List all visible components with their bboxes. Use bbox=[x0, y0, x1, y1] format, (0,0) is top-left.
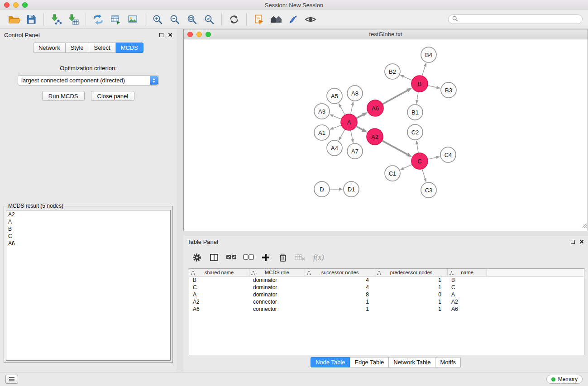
tab-style[interactable]: Style bbox=[66, 43, 89, 53]
graph-node-A6[interactable]: A6 bbox=[367, 100, 383, 116]
column-visibility-button[interactable] bbox=[208, 252, 220, 263]
tab-network[interactable]: Network bbox=[33, 43, 66, 53]
table-tab-network-table[interactable]: Network Table bbox=[389, 357, 435, 367]
graph-node-D[interactable]: D bbox=[314, 181, 330, 197]
graph-node-A8[interactable]: A8 bbox=[347, 86, 363, 101]
table-cell[interactable]: 0 bbox=[375, 291, 448, 298]
zoom-out-button[interactable] bbox=[166, 12, 183, 27]
column-header-MCDS-role[interactable]: MCDS role bbox=[249, 269, 305, 276]
table-cell[interactable]: 1 bbox=[375, 306, 448, 312]
column-sort-icon[interactable] bbox=[307, 271, 311, 275]
table-settings-button[interactable] bbox=[191, 252, 203, 263]
graph-node-B2[interactable]: B2 bbox=[385, 64, 400, 79]
tab-select[interactable]: Select bbox=[89, 43, 116, 53]
zoom-window-button[interactable] bbox=[22, 2, 28, 8]
home-button[interactable] bbox=[268, 12, 285, 27]
table-row[interactable]: A2connector11A2 bbox=[189, 298, 584, 305]
graph-node-A[interactable]: A bbox=[341, 114, 357, 130]
show-hide-button[interactable] bbox=[302, 12, 319, 27]
delete-row-button[interactable] bbox=[277, 252, 289, 263]
table-cell[interactable]: C bbox=[448, 284, 487, 291]
table-cell[interactable]: A2 bbox=[448, 299, 487, 305]
task-history-button[interactable] bbox=[5, 375, 18, 384]
table-row[interactable]: Cdominator41C bbox=[189, 284, 584, 291]
optimization-criterion-select[interactable]: largest connected component (directed) bbox=[18, 75, 159, 86]
delete-table-button[interactable] bbox=[294, 252, 306, 263]
open-session-button[interactable] bbox=[5, 12, 23, 27]
save-session-button[interactable] bbox=[23, 12, 40, 27]
table-cell[interactable]: dominator bbox=[249, 277, 305, 283]
float-panel-icon[interactable] bbox=[571, 240, 575, 244]
graph-node-A3[interactable]: A3 bbox=[314, 104, 330, 119]
tab-mcds[interactable]: MCDS bbox=[116, 43, 143, 53]
import-table-button[interactable] bbox=[65, 12, 82, 27]
network-snapshot-button[interactable] bbox=[250, 12, 268, 27]
zoom-selected-button[interactable] bbox=[201, 12, 218, 27]
refresh-button[interactable] bbox=[225, 12, 243, 27]
table-cell[interactable]: 1 bbox=[375, 299, 448, 305]
graph-node-B1[interactable]: B1 bbox=[407, 105, 423, 120]
table-row[interactable]: A6connector11A6 bbox=[189, 305, 584, 313]
close-panel-button[interactable]: Close panel bbox=[91, 91, 135, 101]
table-cell[interactable]: A bbox=[189, 291, 249, 298]
column-sort-icon[interactable] bbox=[191, 271, 195, 275]
style-brush-button[interactable] bbox=[285, 12, 302, 27]
graph-edge-A2-C[interactable] bbox=[382, 141, 407, 155]
table-cell[interactable]: 4 bbox=[305, 277, 375, 283]
table-tab-edge-table[interactable]: Edge Table bbox=[350, 357, 389, 367]
close-panel-icon[interactable] bbox=[168, 32, 172, 38]
run-mcds-button[interactable]: Run MCDS bbox=[42, 91, 85, 101]
graph-edge-C-C2[interactable] bbox=[417, 144, 418, 153]
graph-edge-B-B1[interactable] bbox=[417, 92, 418, 100]
table-cell[interactable]: A6 bbox=[189, 306, 249, 312]
graph-node-C[interactable]: C bbox=[411, 153, 428, 169]
table-cell[interactable]: 1 bbox=[375, 277, 448, 283]
table-cell[interactable]: 1 bbox=[305, 299, 375, 305]
minimize-window-button[interactable] bbox=[13, 2, 19, 8]
graph-edge-A6-B[interactable] bbox=[382, 91, 407, 104]
graph-node-C2[interactable]: C2 bbox=[407, 124, 423, 140]
export-network-button[interactable] bbox=[90, 12, 107, 27]
table-cell[interactable]: dominator bbox=[249, 284, 305, 291]
column-header-predecessor-nodes[interactable]: predecessor nodes bbox=[375, 269, 448, 276]
graph-edge-C-C3[interactable] bbox=[422, 169, 425, 178]
graph-edge-A-A4[interactable] bbox=[340, 129, 345, 138]
table-cell[interactable]: A6 bbox=[448, 306, 487, 312]
graph-node-C4[interactable]: C4 bbox=[440, 147, 456, 162]
graph-node-B[interactable]: B bbox=[411, 76, 428, 92]
table-cell[interactable]: 4 bbox=[305, 284, 375, 291]
resize-grip-icon[interactable] bbox=[582, 222, 587, 230]
network-canvas[interactable]: B4B2BB3A5A8A6B1A3AC2A1A2A4A7C4CC1C3DD1 bbox=[184, 39, 588, 231]
graph-edge-A-A7[interactable] bbox=[351, 130, 353, 139]
zoom-fit-button[interactable] bbox=[183, 12, 201, 27]
close-window-button[interactable] bbox=[4, 2, 10, 8]
zoom-in-button[interactable] bbox=[149, 12, 166, 27]
column-sort-icon[interactable] bbox=[377, 271, 381, 275]
graph-node-A5[interactable]: A5 bbox=[327, 88, 342, 104]
select-all-button[interactable] bbox=[225, 252, 237, 263]
table-tab-motifs[interactable]: Motifs bbox=[435, 357, 461, 367]
network-minimize-button[interactable] bbox=[196, 32, 202, 37]
column-sort-icon[interactable] bbox=[251, 271, 255, 275]
table-cell[interactable]: A2 bbox=[189, 299, 249, 305]
table-cell[interactable]: connector bbox=[249, 299, 305, 305]
deselect-all-button[interactable] bbox=[243, 252, 254, 263]
export-table-button[interactable] bbox=[107, 12, 124, 27]
table-tab-node-table[interactable]: Node Table bbox=[311, 357, 350, 367]
graph-node-A2[interactable]: A2 bbox=[367, 129, 383, 145]
function-builder-button[interactable]: f(x) bbox=[311, 253, 324, 262]
graph-node-A7[interactable]: A7 bbox=[347, 143, 363, 159]
graph-node-C3[interactable]: C3 bbox=[421, 182, 436, 198]
graph-edge-A-A2[interactable] bbox=[356, 126, 363, 130]
network-close-button[interactable] bbox=[187, 32, 193, 37]
graph-node-B4[interactable]: B4 bbox=[421, 47, 436, 62]
export-image-button[interactable] bbox=[124, 12, 141, 27]
column-header-shared-name[interactable]: shared name bbox=[189, 269, 249, 276]
add-row-button[interactable] bbox=[260, 252, 272, 263]
table-row[interactable]: Adominator80A bbox=[189, 291, 584, 298]
graph-edge-A-A5[interactable] bbox=[340, 107, 345, 115]
column-header-successor-nodes[interactable]: successor nodes bbox=[305, 269, 375, 276]
table-cell[interactable]: A bbox=[448, 291, 487, 298]
column-sort-icon[interactable] bbox=[449, 271, 454, 275]
column-header-name[interactable]: name bbox=[448, 269, 487, 276]
